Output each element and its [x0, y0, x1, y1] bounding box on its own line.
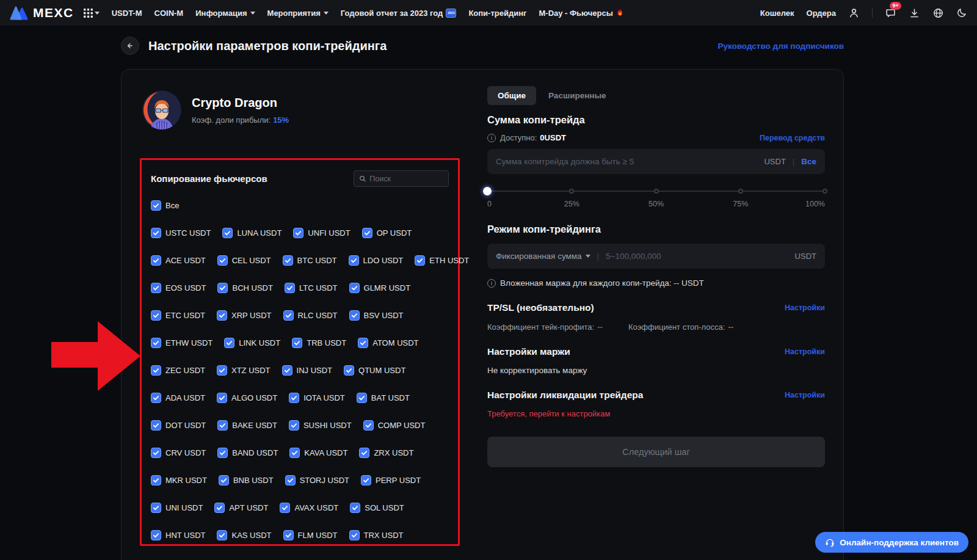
checkbox-checked[interactable]: [217, 255, 228, 266]
pair-btc-usdt[interactable]: BTC USDT: [283, 255, 337, 266]
mexc-logo[interactable]: MEXC: [10, 5, 74, 21]
pair-storj-usdt[interactable]: STORJ USDT: [285, 475, 349, 485]
pair-glmr-usdt[interactable]: GLMR USDT: [349, 283, 411, 293]
mode-selector[interactable]: Фиксированная сумма: [496, 252, 590, 261]
checkbox-checked[interactable]: [349, 530, 360, 540]
pair-op-usdt[interactable]: OP USDT: [362, 228, 412, 238]
checkbox-checked[interactable]: [358, 338, 368, 348]
checkbox-checked[interactable]: [349, 310, 360, 321]
messages-button[interactable]: 9+: [885, 7, 896, 19]
pair-ustc-usdt[interactable]: USTC USDT: [151, 228, 211, 238]
pair-qtum-usdt[interactable]: QTUM USDT: [344, 365, 405, 376]
tab-general[interactable]: Общие: [487, 86, 536, 105]
pair-kava-usdt[interactable]: KAVA USDT: [289, 448, 347, 458]
amount-input[interactable]: [496, 157, 764, 166]
pair-trx-usdt[interactable]: TRX USDT: [349, 530, 404, 540]
pair-band-usdt[interactable]: BAND USDT: [217, 448, 278, 458]
pair-etc-usdt[interactable]: ETC USDT: [151, 310, 205, 321]
checkbox-checked[interactable]: [222, 228, 233, 238]
checkbox-checked[interactable]: [151, 503, 161, 513]
nav-item-годовой-отчет-за-2023-год[interactable]: Годовой отчет за 2023 год2023: [341, 9, 457, 18]
slider-tick-25[interactable]: [569, 189, 574, 194]
checkbox-checked[interactable]: [151, 228, 161, 238]
checkbox-checked[interactable]: [151, 420, 161, 431]
checkbox-checked[interactable]: [217, 365, 227, 376]
pair-sol-usdt[interactable]: SOL USDT: [350, 503, 404, 513]
checkbox-checked[interactable]: [280, 503, 290, 513]
pair-uni-usdt[interactable]: UNI USDT: [151, 503, 203, 513]
nav-item-m-day-фьючерсы[interactable]: M-Day - Фьючерсы: [539, 9, 623, 18]
pair-trb-usdt[interactable]: TRB USDT: [292, 338, 346, 348]
back-button[interactable]: [121, 37, 139, 55]
checkbox-checked[interactable]: [363, 420, 374, 431]
pair-bake-usdt[interactable]: BAKE USDT: [217, 420, 277, 431]
liquidation-settings-link[interactable]: Настройки: [785, 391, 825, 399]
pair-avax-usdt[interactable]: AVAX USDT: [280, 503, 338, 513]
checkbox-checked[interactable]: [217, 530, 227, 540]
pair-xrp-usdt[interactable]: XRP USDT: [217, 310, 272, 321]
nav-item-мероприятия[interactable]: Мероприятия: [267, 9, 329, 18]
pair-bch-usdt[interactable]: BCH USDT: [217, 283, 272, 293]
slider-tick-100[interactable]: [823, 189, 827, 194]
pair-iota-usdt[interactable]: IOTA USDT: [289, 393, 345, 403]
checkbox-checked[interactable]: [359, 448, 369, 458]
apps-grid-button[interactable]: [84, 9, 100, 18]
slider-tick-50[interactable]: [654, 189, 659, 194]
checkbox-checked[interactable]: [151, 448, 161, 458]
theme-toggle-button[interactable]: [956, 7, 967, 18]
checkbox-checked[interactable]: [224, 338, 234, 348]
orders-link[interactable]: Ордера: [807, 9, 836, 18]
nav-item-информация[interactable]: Информация: [195, 9, 255, 18]
pair-zrx-usdt[interactable]: ZRX USDT: [359, 448, 413, 458]
pair-ada-usdt[interactable]: ADA USDT: [151, 393, 205, 403]
select-all-pair[interactable]: Все: [151, 200, 179, 211]
nav-item-копи-трейдинг[interactable]: Копи-трейдинг: [468, 9, 526, 18]
checkbox-checked[interactable]: [151, 255, 161, 266]
checkbox-checked[interactable]: [349, 255, 359, 266]
pair-perp-usdt[interactable]: PERP USDT: [361, 475, 421, 485]
checkbox-checked[interactable]: [285, 475, 296, 485]
checkbox-checked[interactable]: [349, 283, 360, 293]
next-step-button[interactable]: Следующий шаг: [487, 437, 825, 467]
checkbox-checked[interactable]: [283, 310, 294, 321]
checkbox-checked[interactable]: [344, 365, 354, 376]
checkbox-checked[interactable]: [151, 283, 161, 293]
pair-atom-usdt[interactable]: ATOM USDT: [358, 338, 418, 348]
pair-rlc-usdt[interactable]: RLC USDT: [283, 310, 338, 321]
checkbox-checked[interactable]: [217, 448, 228, 458]
checkbox-checked[interactable]: [151, 310, 161, 321]
slider-tick-75[interactable]: [738, 189, 743, 194]
pair-xtz-usdt[interactable]: XTZ USDT: [217, 365, 271, 376]
pair-ethw-usdt[interactable]: ETHW USDT: [151, 338, 212, 348]
amount-slider[interactable]: [487, 187, 825, 195]
checkbox-checked[interactable]: [282, 365, 292, 376]
checkbox-checked[interactable]: [217, 283, 228, 293]
margin-settings-link[interactable]: Настройки: [785, 347, 825, 356]
pair-unfi-usdt[interactable]: UNFI USDT: [293, 228, 350, 238]
nav-item-coin-m[interactable]: COIN-M: [154, 9, 184, 18]
profile-button[interactable]: [848, 7, 860, 19]
pair-bat-usdt[interactable]: BAT USDT: [357, 393, 410, 403]
checkbox-checked[interactable]: [151, 530, 161, 540]
subscriber-guide-link[interactable]: Руководство для подписчиков: [717, 42, 844, 51]
pair-algo-usdt[interactable]: ALGO USDT: [217, 393, 277, 403]
amount-all-button[interactable]: Все: [801, 157, 816, 166]
pair-eth-usdt[interactable]: ETH USDT: [415, 255, 469, 266]
pair-flm-usdt[interactable]: FLM USDT: [283, 530, 338, 540]
language-button[interactable]: [932, 7, 944, 19]
checkbox-checked[interactable]: [415, 255, 425, 266]
checkbox-checked[interactable]: [289, 448, 300, 458]
pair-ace-usdt[interactable]: ACE USDT: [151, 255, 206, 266]
slider-thumb[interactable]: [483, 187, 492, 195]
checkbox-checked[interactable]: [361, 475, 371, 485]
pair-sushi-usdt[interactable]: SUSHI USDT: [289, 420, 352, 431]
checkbox-checked[interactable]: [362, 228, 372, 238]
wallet-link[interactable]: Кошелек: [760, 9, 794, 18]
pair-ltc-usdt[interactable]: LTC USDT: [285, 283, 338, 293]
download-app-button[interactable]: [909, 7, 920, 19]
search-box[interactable]: [354, 170, 449, 187]
pair-inj-usdt[interactable]: INJ USDT: [282, 365, 333, 376]
pair-hnt-usdt[interactable]: HNT USDT: [151, 530, 205, 540]
checkbox-checked[interactable]: [350, 503, 360, 513]
checkbox-select-all[interactable]: [151, 200, 161, 211]
